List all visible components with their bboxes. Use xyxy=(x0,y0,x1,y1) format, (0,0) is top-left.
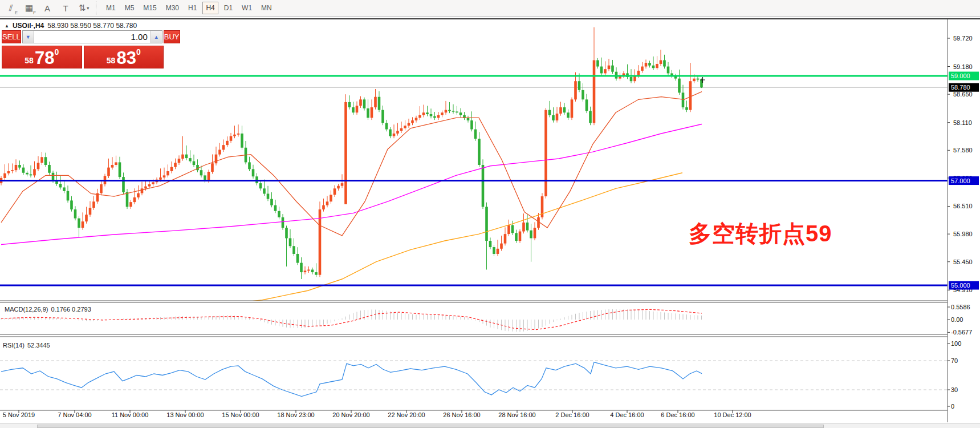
candle-body xyxy=(582,90,584,100)
price-tick-label: 57.580 xyxy=(953,147,973,154)
candle-body xyxy=(596,60,599,67)
candle-body xyxy=(571,99,574,118)
chart-annotation-text: 多空转折点59 xyxy=(689,218,832,249)
candle-body xyxy=(196,165,199,170)
candle-body xyxy=(148,184,151,187)
rsi-label: RSI(14) 52.3445 xyxy=(3,342,50,349)
volume-input[interactable] xyxy=(34,31,151,43)
candle-body xyxy=(107,168,110,176)
scrollbar-thumb[interactable] xyxy=(37,425,824,428)
buy-price-big: 83 xyxy=(116,50,136,66)
time-tick-label: 18 Nov 23:00 xyxy=(277,411,314,418)
buy-button[interactable]: BUY xyxy=(164,30,180,43)
price-tick-label: 55.980 xyxy=(953,231,973,237)
time-tick-label: 22 Nov 20:00 xyxy=(388,411,425,418)
candle-body xyxy=(630,77,633,81)
candle-body xyxy=(411,120,414,123)
candle-body xyxy=(129,202,132,207)
candle-body xyxy=(467,118,470,120)
candle-body xyxy=(445,110,448,113)
price-tick-label: 59.180 xyxy=(953,63,973,70)
candle-body xyxy=(441,112,444,115)
volume-decrease-button[interactable]: ▼ xyxy=(23,31,34,43)
time-tick-label: 13 Nov 00:00 xyxy=(166,411,204,418)
candle-body xyxy=(237,134,240,135)
candle-body xyxy=(70,200,73,209)
rsi-value: 52.3445 xyxy=(27,342,50,349)
sell-price-sup: 0 xyxy=(54,47,59,56)
horizontal-scrollbar[interactable] xyxy=(0,423,980,428)
macd-values: 0.1766 0.2793 xyxy=(51,306,91,313)
candle-body xyxy=(22,168,25,173)
macd-signal-line xyxy=(1,309,702,329)
candle-body xyxy=(559,107,562,114)
candle-body xyxy=(356,106,359,112)
candle-body xyxy=(474,130,477,139)
candle-body xyxy=(381,110,384,123)
volume-increase-button[interactable]: ▲ xyxy=(151,31,162,43)
macd-tick-label: 0.5586 xyxy=(951,304,970,310)
sell-button[interactable]: SELL xyxy=(2,30,21,43)
candle-body xyxy=(159,177,162,180)
candle-body xyxy=(74,209,77,219)
candle-body xyxy=(515,233,518,241)
candle-body xyxy=(493,247,495,254)
candle-body xyxy=(600,67,603,74)
candle-body xyxy=(278,211,280,217)
candle-body xyxy=(7,171,10,173)
candle-body xyxy=(193,161,196,165)
candle-body xyxy=(274,205,277,211)
candle-body xyxy=(334,188,336,195)
candle-body xyxy=(126,192,129,207)
candle-body xyxy=(404,126,406,128)
candle-body xyxy=(389,130,392,136)
candle-body xyxy=(352,107,355,112)
candle-body xyxy=(252,169,255,176)
candle-body xyxy=(40,157,43,163)
buy-price-display[interactable]: 58 83 0 xyxy=(84,46,164,68)
candle-body xyxy=(119,162,121,177)
candle-body xyxy=(115,162,117,165)
candle-body xyxy=(608,66,611,69)
candle-body xyxy=(685,107,688,110)
candle-body xyxy=(33,169,36,175)
candle-body xyxy=(315,272,318,275)
candle-body xyxy=(544,110,547,196)
candle-body xyxy=(337,186,340,189)
candle-body xyxy=(330,195,332,201)
candle-body xyxy=(563,107,566,112)
candle-body xyxy=(415,118,418,120)
sell-price-display[interactable]: 58 78 0 xyxy=(2,46,82,68)
time-tick-label: 6 Dec 16:00 xyxy=(661,411,694,418)
collapse-triangle-icon[interactable]: ▲ xyxy=(5,23,9,29)
candle-body xyxy=(3,173,6,178)
candle-body xyxy=(307,269,310,270)
candle-body xyxy=(656,64,658,68)
candle-body xyxy=(226,141,229,145)
candle-body xyxy=(263,188,266,193)
candle-body xyxy=(530,231,532,239)
candle-body xyxy=(67,191,70,201)
candle-body xyxy=(663,60,666,67)
candle-body xyxy=(259,183,262,188)
candle-body xyxy=(497,249,499,254)
macd-name: MACD(12,26,9) xyxy=(5,306,48,313)
time-tick-label: 20 Nov 20:00 xyxy=(332,411,369,418)
candle-body xyxy=(574,81,577,99)
candle-body xyxy=(459,112,462,115)
candle-body xyxy=(430,114,433,116)
price-tag-label: 59.000 xyxy=(951,72,970,79)
ohlc-readout: 58.930 58.950 58.770 58.780 xyxy=(47,22,137,30)
chart-title: ▲ USOil-,H4 58.930 58.950 58.770 58.780 xyxy=(5,22,137,30)
app-window: ⫽E▦FAT⇅▾ M1M5M15M30H1H4D1W1MN 59.72059.1… xyxy=(0,0,980,428)
time-axis: 5 Nov 20197 Nov 04:0011 Nov 00:0013 Nov … xyxy=(3,410,751,418)
candle-body xyxy=(652,66,655,68)
candle-body xyxy=(11,170,14,171)
time-tick-label: 11 Nov 00:00 xyxy=(112,411,149,418)
candle-body xyxy=(378,97,381,110)
rsi-tick-label: 70 xyxy=(951,357,958,364)
candle-body xyxy=(344,102,347,204)
candle-body xyxy=(604,69,607,73)
candle-body xyxy=(141,188,144,193)
time-tick-label: 10 Dec 12:00 xyxy=(714,411,751,418)
